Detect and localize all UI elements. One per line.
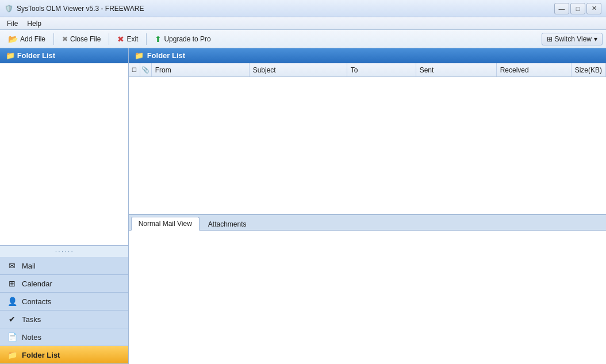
tab-attachments[interactable]: Attachments xyxy=(201,217,254,231)
restore-button[interactable]: □ xyxy=(570,3,585,14)
sidebar-item-notes-label: Notes xyxy=(22,333,41,342)
sidebar-item-folder-list-label: Folder List xyxy=(22,351,60,359)
title-bar-controls: — □ ✕ xyxy=(554,3,601,14)
sidebar-item-tasks[interactable]: ✔ Tasks xyxy=(0,311,128,328)
col-header-to[interactable]: To xyxy=(347,63,416,76)
main-content: 📁 Folder List · · · · · · ✉ Mail ⊞ Calen… xyxy=(0,48,606,364)
mail-icon: ✉ xyxy=(7,260,17,271)
menu-bar: File Help xyxy=(0,17,606,30)
switch-view-label: Switch View xyxy=(555,35,592,43)
toolbar-separator-1 xyxy=(53,33,54,45)
sidebar-dots: · · · · · · xyxy=(0,246,128,257)
close-file-button[interactable]: ✖ Close File xyxy=(57,33,105,45)
email-body xyxy=(129,77,606,214)
folder-list-header-label: Folder List xyxy=(147,51,185,60)
sidebar-item-folder-list[interactable]: 📁 Folder List xyxy=(0,346,128,364)
notes-icon: 📄 xyxy=(7,332,17,342)
sidebar-item-calendar-label: Calendar xyxy=(22,279,52,288)
email-table-header: ☐ 📎 From Subject To Sent Received Size(K… xyxy=(129,63,606,77)
sidebar-item-notes[interactable]: 📄 Notes xyxy=(0,328,128,346)
title-bar-left: 🛡️ SysTools OLM Viewer v5.3 - FREEWARE xyxy=(5,5,144,13)
tab-normal-mail-view[interactable]: Normal Mail View xyxy=(131,217,200,231)
folder-list-icon: 📁 xyxy=(7,350,17,360)
menu-item-file[interactable]: File xyxy=(2,18,22,29)
folder-list-header-icon: 📁 xyxy=(135,51,144,60)
switch-view-arrow: ▾ xyxy=(594,35,597,43)
col-header-sent[interactable]: Sent xyxy=(416,63,497,76)
sidebar-item-contacts[interactable]: 👤 Contacts xyxy=(0,293,128,311)
minimize-button[interactable]: — xyxy=(554,3,569,14)
close-button[interactable]: ✕ xyxy=(586,3,601,14)
bottom-section: Normal Mail View Attachments xyxy=(129,214,606,364)
exit-icon: ✖ xyxy=(117,35,124,44)
col-attach: 📎 xyxy=(140,63,152,76)
sidebar-item-mail[interactable]: ✉ Mail xyxy=(0,257,128,275)
sidebar-nav: ✉ Mail ⊞ Calendar 👤 Contacts ✔ Tasks 📄 N… xyxy=(0,257,128,364)
right-panel: 📁 Folder List ☐ 📎 From Subject To Sent R… xyxy=(129,48,606,364)
sidebar-header: 📁 Folder List xyxy=(0,48,128,63)
switch-view-button[interactable]: ⊞ Switch View ▾ xyxy=(542,33,603,45)
tasks-icon: ✔ xyxy=(7,314,17,324)
add-file-label: Add File xyxy=(20,35,45,43)
calendar-icon: ⊞ xyxy=(7,278,17,289)
app-title: SysTools OLM Viewer v5.3 - FREEWARE xyxy=(17,5,144,13)
toolbar-separator-2 xyxy=(109,33,109,45)
toolbar-separator-3 xyxy=(146,33,147,45)
sidebar-header-label: Folder List xyxy=(17,51,55,60)
switch-view-icon: ⊞ xyxy=(547,35,553,43)
col-header-subject[interactable]: Subject xyxy=(250,63,347,76)
sidebar-item-mail-label: Mail xyxy=(22,262,36,270)
menu-item-help[interactable]: Help xyxy=(22,18,46,29)
exit-button[interactable]: ✖ Exit xyxy=(113,33,143,45)
upgrade-label: Upgrade to Pro xyxy=(164,35,210,43)
col-check: ☐ xyxy=(129,63,140,76)
tabs-bar: Normal Mail View Attachments xyxy=(129,214,606,231)
add-file-icon: 📂 xyxy=(8,35,18,44)
app-icon: 🛡️ xyxy=(5,5,13,13)
sidebar-tree xyxy=(0,63,128,246)
contacts-icon: 👤 xyxy=(7,296,17,306)
close-file-icon: ✖ xyxy=(62,35,68,43)
upgrade-icon: ⬆ xyxy=(155,35,162,44)
attach-icon: 📎 xyxy=(141,66,149,74)
folder-list-header: 📁 Folder List xyxy=(129,48,606,63)
sidebar-item-tasks-label: Tasks xyxy=(22,315,41,324)
sidebar: 📁 Folder List · · · · · · ✉ Mail ⊞ Calen… xyxy=(0,48,129,364)
col-header-from[interactable]: From xyxy=(152,63,250,76)
email-area: ☐ 📎 From Subject To Sent Received Size(K… xyxy=(129,63,606,214)
toolbar-left: 📂 Add File ✖ Close File ✖ Exit ⬆ Upgrade… xyxy=(3,33,216,45)
sidebar-item-contacts-label: Contacts xyxy=(22,297,51,306)
title-bar: 🛡️ SysTools OLM Viewer v5.3 - FREEWARE —… xyxy=(0,0,606,17)
add-file-button[interactable]: 📂 Add File xyxy=(3,33,50,45)
preview-area xyxy=(129,231,606,364)
sidebar-folder-icon: 📁 xyxy=(6,51,15,60)
exit-label: Exit xyxy=(126,35,138,43)
upgrade-button[interactable]: ⬆ Upgrade to Pro xyxy=(150,33,215,45)
sidebar-item-calendar[interactable]: ⊞ Calendar xyxy=(0,275,128,293)
col-header-size[interactable]: Size(KB) xyxy=(572,63,606,76)
col-header-received[interactable]: Received xyxy=(497,63,572,76)
check-icon: ☐ xyxy=(132,67,137,73)
toolbar: 📂 Add File ✖ Close File ✖ Exit ⬆ Upgrade… xyxy=(0,30,606,48)
close-file-label: Close File xyxy=(70,35,101,43)
